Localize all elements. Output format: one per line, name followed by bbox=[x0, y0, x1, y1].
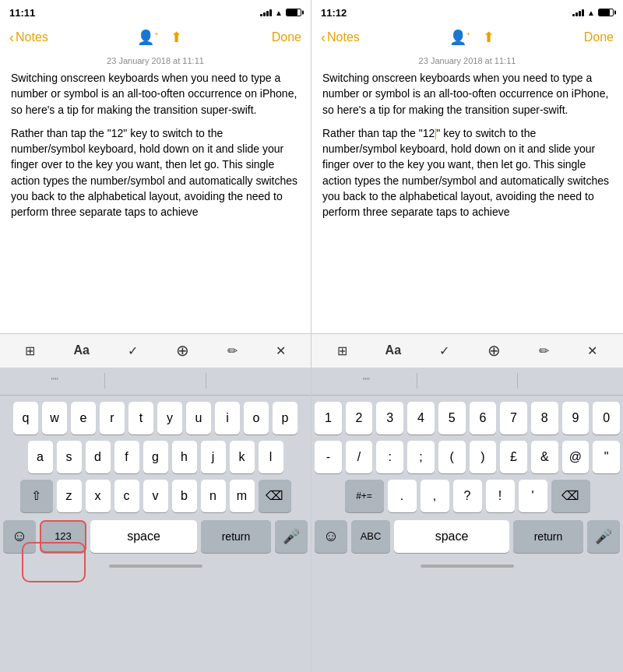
key-d[interactable]: d bbox=[86, 441, 111, 473]
key-x[interactable]: x bbox=[86, 480, 111, 512]
check-icon-left[interactable]: ✓ bbox=[125, 340, 141, 361]
plus-icon-left[interactable]: ⊕ bbox=[173, 338, 192, 363]
num-key-pound[interactable]: £ bbox=[500, 441, 527, 473]
key-a[interactable]: a bbox=[28, 441, 53, 473]
num-key-0[interactable]: 0 bbox=[593, 402, 620, 435]
num-key-8[interactable]: 8 bbox=[531, 402, 558, 435]
suggestion-right-1[interactable]: "" bbox=[316, 372, 417, 390]
num-key-colon[interactable]: : bbox=[376, 441, 403, 473]
num-key-quote[interactable]: " bbox=[593, 441, 620, 473]
key-o[interactable]: o bbox=[244, 402, 269, 435]
mic-key-right[interactable]: 🎤 bbox=[587, 520, 620, 553]
space-key-right[interactable]: space bbox=[394, 520, 509, 553]
num-delete-key[interactable]: ⌫ bbox=[551, 480, 590, 512]
table-icon-right[interactable]: ⊞ bbox=[334, 340, 350, 361]
suggestion-right-3[interactable] bbox=[518, 378, 618, 384]
num-key-4[interactable]: 4 bbox=[407, 402, 435, 435]
num-key-hashtag[interactable]: #+= bbox=[345, 480, 384, 512]
close-icon-left[interactable]: ✕ bbox=[273, 340, 289, 361]
num-key-7[interactable]: 7 bbox=[500, 402, 527, 435]
delete-key-left[interactable]: ⌫ bbox=[259, 480, 291, 512]
shift-key-left[interactable]: ⇧ bbox=[20, 480, 53, 512]
key-b[interactable]: b bbox=[172, 480, 197, 512]
add-person-icon-right[interactable]: 👤+ bbox=[449, 29, 470, 46]
key-z[interactable]: z bbox=[57, 480, 82, 512]
emoji-key-right[interactable]: ☺ bbox=[315, 520, 347, 553]
status-icons-left: ▲ bbox=[260, 9, 301, 17]
key-v[interactable]: v bbox=[143, 480, 168, 512]
close-icon-right[interactable]: ✕ bbox=[584, 340, 600, 361]
key-c[interactable]: c bbox=[114, 480, 139, 512]
mic-key-left[interactable]: 🎤 bbox=[275, 520, 308, 553]
key-f[interactable]: f bbox=[114, 441, 139, 473]
key-h[interactable]: h bbox=[172, 441, 197, 473]
num-key-6[interactable]: 6 bbox=[470, 402, 497, 435]
return-key-left[interactable]: return bbox=[201, 520, 271, 553]
status-time-right: 11:12 bbox=[321, 7, 347, 19]
font-icon-right[interactable]: Aa bbox=[382, 340, 404, 361]
key-s[interactable]: s bbox=[57, 441, 82, 473]
suggestion-left-2[interactable] bbox=[105, 378, 205, 384]
key-w[interactable]: w bbox=[42, 402, 67, 435]
num-key-question[interactable]: ? bbox=[453, 480, 482, 512]
num-key-ampersand[interactable]: & bbox=[531, 441, 558, 473]
note-body-left[interactable]: Switching onscreen keyboards when you ne… bbox=[11, 70, 300, 220]
key-i[interactable]: i bbox=[215, 402, 240, 435]
markup-icon-left[interactable]: ✏ bbox=[224, 340, 241, 361]
key-g[interactable]: g bbox=[143, 441, 168, 473]
key-y[interactable]: y bbox=[157, 402, 182, 435]
key-j[interactable]: j bbox=[201, 441, 226, 473]
num-key-semicolon[interactable]: ; bbox=[407, 441, 435, 473]
key-123-left[interactable]: 123 bbox=[40, 520, 86, 553]
num-key-openparen[interactable]: ( bbox=[438, 441, 466, 473]
note-body-right[interactable]: Switching onscreen keyboards when you ne… bbox=[322, 70, 612, 220]
note-content-right: 23 January 2018 at 11:11 Switching onscr… bbox=[312, 53, 623, 333]
num-key-5[interactable]: 5 bbox=[438, 402, 466, 435]
back-button-right[interactable]: ‹ Notes bbox=[321, 30, 360, 46]
key-t[interactable]: t bbox=[128, 402, 153, 435]
key-u[interactable]: u bbox=[186, 402, 211, 435]
num-key-1[interactable]: 1 bbox=[315, 402, 342, 435]
markup-icon-right[interactable]: ✏ bbox=[536, 340, 552, 361]
share-icon-right[interactable]: ⬆ bbox=[483, 29, 495, 46]
numkey-row-2: - / : ; ( ) £ & @ " bbox=[315, 441, 620, 473]
add-person-icon-left[interactable]: 👤+ bbox=[137, 29, 158, 46]
num-key-exclaim[interactable]: ! bbox=[486, 480, 515, 512]
done-button-left[interactable]: Done bbox=[272, 30, 301, 44]
keyboard-rows-left: q w e r t y u i o p a s d f g h j k bbox=[0, 396, 311, 515]
return-key-right[interactable]: return bbox=[513, 520, 583, 553]
note-date-right: 23 January 2018 at 11:11 bbox=[322, 56, 612, 65]
num-key-comma[interactable]: , bbox=[421, 480, 449, 512]
key-e[interactable]: e bbox=[71, 402, 96, 435]
suggestion-left-3[interactable] bbox=[206, 378, 306, 384]
key-r[interactable]: r bbox=[100, 402, 125, 435]
emoji-key-left[interactable]: ☺ bbox=[3, 520, 36, 553]
suggestion-left-1[interactable]: "" bbox=[5, 372, 104, 390]
num-key-9[interactable]: 9 bbox=[562, 402, 590, 435]
num-key-minus[interactable]: - bbox=[315, 441, 342, 473]
key-l[interactable]: l bbox=[259, 441, 283, 473]
num-key-3[interactable]: 3 bbox=[376, 402, 403, 435]
table-icon-left[interactable]: ⊞ bbox=[22, 340, 38, 361]
num-key-slash[interactable]: / bbox=[346, 441, 373, 473]
key-k[interactable]: k bbox=[230, 441, 255, 473]
key-n[interactable]: n bbox=[201, 480, 226, 512]
share-icon-left[interactable]: ⬆ bbox=[171, 29, 182, 46]
abc-key-right[interactable]: ABC bbox=[351, 520, 390, 553]
num-key-at[interactable]: @ bbox=[562, 441, 590, 473]
check-icon-right[interactable]: ✓ bbox=[436, 340, 452, 361]
key-q[interactable]: q bbox=[13, 402, 38, 435]
num-key-closeparen[interactable]: ) bbox=[470, 441, 497, 473]
plus-icon-right[interactable]: ⊕ bbox=[484, 338, 504, 363]
done-button-right[interactable]: Done bbox=[584, 30, 614, 44]
space-key-left[interactable]: space bbox=[90, 520, 197, 553]
font-icon-left[interactable]: Aa bbox=[70, 340, 92, 361]
num-key-apostrophe[interactable]: ' bbox=[519, 480, 547, 512]
num-key-2[interactable]: 2 bbox=[346, 402, 373, 435]
numkey-row-1: 1 2 3 4 5 6 7 8 9 0 bbox=[315, 402, 620, 435]
back-button-left[interactable]: ‹ Notes bbox=[9, 30, 48, 46]
key-m[interactable]: m bbox=[230, 480, 255, 512]
key-p[interactable]: p bbox=[273, 402, 297, 435]
num-key-period[interactable]: . bbox=[388, 480, 417, 512]
suggestion-right-2[interactable] bbox=[417, 378, 518, 384]
